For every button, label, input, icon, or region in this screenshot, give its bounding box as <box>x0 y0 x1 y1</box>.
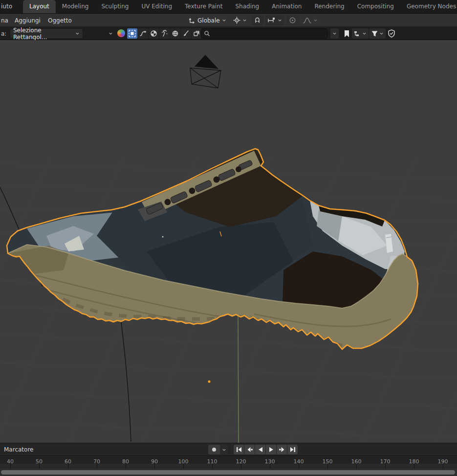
menu-marcatore[interactable]: Marcatore <box>4 446 33 453</box>
proportional-circle-icon <box>289 17 296 24</box>
play-button[interactable] <box>266 445 276 454</box>
proportional-editing-button[interactable] <box>286 15 299 25</box>
object-origin-dot[interactable] <box>208 380 211 383</box>
brush-tool-button[interactable] <box>181 28 191 39</box>
prev-keyframe-button[interactable] <box>244 445 255 454</box>
frame-tick <box>212 464 213 469</box>
pie-sphere-icon <box>150 30 157 37</box>
frame-tick <box>10 464 11 469</box>
falloff-curve-icon <box>303 17 311 24</box>
tool-icon-row <box>127 28 202 39</box>
camera-up-triangle <box>195 55 218 69</box>
shield-check-icon <box>388 29 395 38</box>
search-input[interactable] <box>210 30 318 37</box>
brush-icon <box>182 30 190 37</box>
shading-sphere-button[interactable] <box>149 28 159 39</box>
filter-funnel-icon <box>371 30 378 37</box>
frame-tick <box>241 464 241 469</box>
topbar: iuto Layout Modeling Sculpting UV Editin… <box>0 0 457 14</box>
snap-toggle-button[interactable] <box>251 15 263 25</box>
material-preview-ball-icon[interactable] <box>117 29 125 37</box>
tab-animation[interactable]: Animation <box>265 0 308 13</box>
frame-tick <box>299 464 299 469</box>
grid-line <box>0 363 457 379</box>
tab-layout[interactable]: Layout <box>23 0 56 13</box>
frame-tick <box>68 464 68 469</box>
tab-modeling[interactable]: Modeling <box>56 0 95 13</box>
box-select-tool-button[interactable] <box>127 28 137 39</box>
proportional-falloff-dropdown[interactable] <box>301 15 320 25</box>
scrollbar-thumb[interactable] <box>1 470 455 475</box>
timeline-scrollbar[interactable] <box>0 469 457 476</box>
hierarchy-list-icon <box>354 30 361 37</box>
protect-button[interactable] <box>386 28 397 39</box>
play-reverse-button[interactable] <box>255 445 265 454</box>
viewport-header: na Aggiungi Oggetto Globale <box>0 14 457 27</box>
camera-object[interactable] <box>190 55 221 88</box>
menu-aiuto-truncated[interactable]: iuto <box>0 3 14 13</box>
menu-oggetto[interactable]: Oggetto <box>44 14 76 27</box>
bookmark-button[interactable] <box>342 28 352 39</box>
frame-tick <box>183 464 184 469</box>
auto-keying-button[interactable] <box>208 445 220 454</box>
duplicate-tool-button[interactable] <box>192 28 202 39</box>
globe-tool-button[interactable] <box>170 28 180 39</box>
viewport-header-controls: Globale <box>186 15 320 25</box>
curve-tool-icon <box>139 30 147 37</box>
tab-shading[interactable]: Shading <box>229 0 265 13</box>
frame-tick <box>385 464 386 469</box>
active-tool-label: Selezione Rettangol... <box>13 27 75 41</box>
tab-compositing[interactable]: Compositing <box>351 0 400 13</box>
frame-tick <box>126 464 126 469</box>
curve-object-lower[interactable] <box>121 318 131 442</box>
next-keyframe-button[interactable] <box>277 445 287 454</box>
chevron-down-icon <box>242 18 247 23</box>
search-field[interactable] <box>201 28 327 39</box>
transform-orientation-dropdown[interactable]: Globale <box>186 15 229 25</box>
spray-tool-button[interactable] <box>159 28 170 39</box>
timeline-tick-strip[interactable] <box>0 464 457 469</box>
collapse-chevron-icon[interactable] <box>109 31 113 36</box>
chevron-down-icon <box>332 31 337 36</box>
tab-uv-editing[interactable]: UV Editing <box>135 0 178 13</box>
globe-icon <box>172 30 179 37</box>
tab-texture-paint[interactable]: Texture Paint <box>178 0 229 13</box>
menu-aggiungi[interactable]: Aggiungi <box>11 14 44 27</box>
small-vertex-dot <box>162 236 164 238</box>
spray-icon <box>161 30 168 37</box>
box-select-icon <box>129 30 136 37</box>
grid-line <box>0 335 457 350</box>
record-circle-icon <box>212 447 217 452</box>
duplicate-icon <box>193 30 200 37</box>
frame-tick <box>39 464 40 469</box>
viewport-canvas <box>0 40 457 443</box>
frame-tick <box>97 464 97 469</box>
search-icon <box>204 30 210 37</box>
search-options-dropdown[interactable] <box>330 28 339 39</box>
chevron-down-icon <box>379 31 384 36</box>
playback-button-group <box>234 445 298 454</box>
chevron-down-icon <box>313 18 318 23</box>
camera-frustum-wireframe <box>190 68 221 88</box>
pivot-point-dropdown[interactable] <box>231 15 249 25</box>
tab-rendering[interactable]: Rendering <box>308 0 350 13</box>
tab-sculpting[interactable]: Sculpting <box>95 0 135 13</box>
jump-end-icon <box>289 447 296 453</box>
tab-geometry-nodes[interactable]: Geometry Nodes <box>400 0 457 13</box>
play-reverse-icon <box>257 447 264 453</box>
blender-window: iuto Layout Modeling Sculpting UV Editin… <box>0 0 457 476</box>
bookmark-icon <box>344 30 350 38</box>
orientation-label: Globale <box>197 17 220 24</box>
keying-options-dropdown[interactable] <box>220 445 228 454</box>
snap-target-dropdown[interactable] <box>265 15 284 25</box>
chevron-down-icon <box>278 18 282 23</box>
filter-dropdown[interactable] <box>369 28 386 39</box>
workspace-tabs: Layout Modeling Sculpting UV Editing Tex… <box>23 0 457 13</box>
curve-tool-button[interactable] <box>138 28 148 39</box>
frame-tick <box>270 464 270 469</box>
active-tool-dropdown[interactable]: Selezione Rettangol... <box>10 28 83 39</box>
jump-to-end-button[interactable] <box>287 445 298 454</box>
display-mode-dropdown[interactable] <box>352 28 369 39</box>
jump-to-start-button[interactable] <box>234 445 244 454</box>
viewport-3d[interactable] <box>0 40 457 443</box>
